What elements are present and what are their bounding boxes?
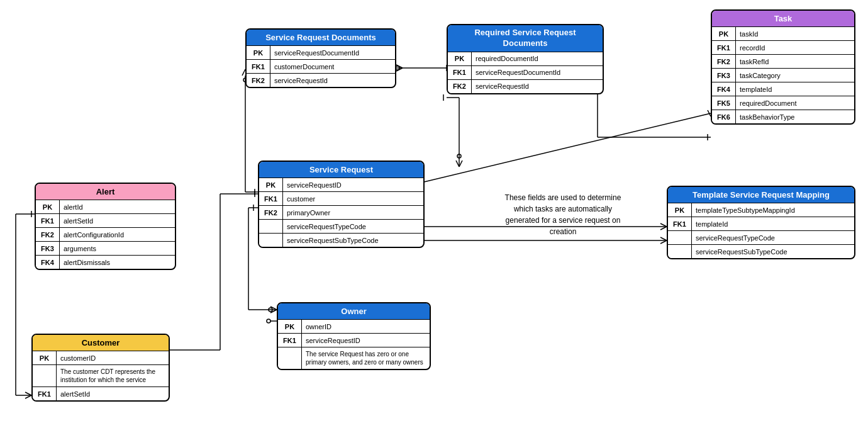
key-fk4: FK4: [712, 82, 736, 96]
val-requiredDocumentId: requiredDocumentId: [472, 52, 603, 65]
key-fk1: FK1: [448, 66, 472, 79]
table-row: FK1 alertSetId: [36, 213, 175, 227]
svg-line-36: [25, 392, 31, 395]
table-row: PK alertId: [36, 200, 175, 213]
val-alertSetId: alertSetId: [60, 214, 175, 227]
entity-header-task: Task: [712, 11, 854, 26]
table-row: FK3 taskCategory: [712, 68, 854, 82]
val-customer: customer: [283, 192, 423, 205]
key-note2: [33, 365, 57, 386]
svg-line-7: [456, 161, 459, 167]
table-row: FK5 requiredDocument: [712, 96, 854, 110]
svg-line-32: [660, 240, 667, 244]
val-ownerID: ownerID: [302, 320, 430, 333]
entity-header-service-request-documents: Service Request Documents: [247, 30, 395, 45]
table-row: FK1 serviceRequestDocumentId: [448, 65, 603, 79]
entity-task: Task PK taskId FK1 recordId FK2 taskRefI…: [711, 9, 855, 125]
table-row: PK serviceRequestID: [259, 178, 423, 191]
key-empty1: [259, 220, 283, 233]
key-fk1: FK1: [278, 334, 302, 347]
val-taskId: taskId: [736, 27, 854, 40]
entity-header-required-documents: Required Service RequestDocuments: [448, 25, 603, 52]
table-row: serviceRequestSubTypeCode: [668, 244, 854, 258]
val-taskBehaviorType: taskBehaviorType: [736, 110, 854, 123]
val-owner-note: The service Request has zero or one prim…: [302, 347, 430, 369]
key-fk3: FK3: [712, 69, 736, 82]
val-serviceRequestId2: serviceRequestId: [472, 80, 603, 93]
key-fk2: FK2: [448, 80, 472, 93]
key-fk2: FK2: [36, 228, 60, 241]
val-templateTypeSubtypeMappingId: templateTypeSubtypeMappingId: [692, 203, 854, 217]
key-fk2: FK2: [712, 55, 736, 68]
key-fk1: FK1: [712, 41, 736, 54]
key-pk: PK: [278, 320, 302, 333]
key-fk5: FK5: [712, 96, 736, 110]
entity-alert: Alert PK alertId FK1 alertSetId FK2 aler…: [35, 183, 176, 270]
entity-header-alert: Alert: [36, 184, 175, 200]
svg-line-47: [270, 307, 277, 310]
val-taskCategory: taskCategory: [736, 69, 854, 82]
key-fk6: FK6: [712, 110, 736, 123]
svg-line-1: [396, 65, 403, 68]
svg-line-37: [25, 395, 31, 398]
svg-point-49: [269, 308, 272, 312]
table-row: FK4 alertDismissals: [36, 255, 175, 269]
table-row: FK1 serviceRequestID: [278, 333, 430, 347]
val-recordId: recordId: [736, 41, 854, 54]
svg-line-2: [396, 68, 403, 71]
entity-customer: Customer PK customerID The customer CDT …: [31, 334, 170, 402]
entity-required-service-request-documents: Required Service RequestDocuments PK req…: [447, 24, 604, 94]
svg-line-48: [270, 310, 277, 313]
table-row: FK2 serviceRequestId: [247, 73, 395, 87]
table-row: PK templateTypeSubtypeMappingId: [668, 203, 854, 217]
svg-point-52: [267, 319, 270, 323]
table-row: FK6 taskBehaviorType: [712, 110, 854, 123]
svg-point-9: [457, 154, 461, 158]
key-empty3: [668, 231, 692, 244]
val-serviceRequestSubTypeCode2: serviceRequestSubTypeCode: [692, 245, 854, 258]
val-serviceRequestTypeCode: serviceRequestTypeCode: [283, 220, 423, 233]
key-fk4: FK4: [36, 256, 60, 269]
table-row: serviceRequestTypeCode: [668, 230, 854, 244]
key-pk: PK: [259, 178, 283, 191]
val-serviceRequestID2: serviceRequestID: [302, 334, 430, 347]
entity-owner: Owner PK ownerID FK1 serviceRequestID Th…: [277, 302, 431, 370]
table-row: PK customerID: [33, 351, 169, 364]
key-pk: PK: [247, 46, 270, 59]
key-pk: PK: [712, 27, 736, 40]
key-empty2: [259, 234, 283, 247]
val-taskRefId: taskRefId: [736, 55, 854, 68]
val-templateId2: templateId: [692, 217, 854, 230]
key-fk1: FK1: [668, 217, 692, 230]
val-serviceRequestTypeCode2: serviceRequestTypeCode: [692, 231, 854, 244]
entity-service-request: Service Request PK serviceRequestID FK1 …: [258, 161, 425, 248]
diagram: Service Request Documents PK serviceRequ…: [0, 0, 868, 440]
val-serviceRequestSubTypeCode: serviceRequestSubTypeCode: [283, 234, 423, 247]
val-alertId: alertId: [60, 200, 175, 213]
key-fk2: FK2: [259, 206, 283, 219]
svg-line-28: [660, 227, 667, 230]
table-row: FK2 primaryOwner: [259, 205, 423, 219]
val-alertDismissals: alertDismissals: [60, 256, 175, 269]
key-fk1: FK1: [247, 60, 270, 73]
entity-header-template-mapping: Template Service Request Mapping: [668, 187, 854, 203]
val-alertConfigurationId: alertConfigurationId: [60, 228, 175, 241]
table-row: FK1 customer: [259, 191, 423, 205]
table-row: FK1 alertSetId: [33, 386, 169, 400]
key-pk: PK: [448, 52, 472, 65]
svg-line-27: [660, 223, 667, 227]
key-fk2: FK2: [247, 74, 270, 87]
task-generation-note: These fields are used to determinewhich …: [484, 192, 642, 237]
table-row: FK4 templateId: [712, 82, 854, 96]
table-row: FK2 taskRefId: [712, 54, 854, 68]
key-pk: PK: [36, 200, 60, 213]
val-alertSetId2: alertSetId: [57, 387, 169, 400]
val-primaryOwner: primaryOwner: [283, 206, 423, 219]
val-serviceRequestDocumentId: serviceRequestDocumentId: [472, 66, 603, 79]
table-row: FK3 arguments: [36, 241, 175, 255]
table-row: The service Request has zero or one prim…: [278, 347, 430, 369]
val-requiredDocument: requiredDocument: [736, 96, 854, 110]
table-row: FK1 templateId: [668, 217, 854, 230]
entity-header-owner: Owner: [278, 303, 430, 319]
key-pk: PK: [33, 351, 57, 364]
